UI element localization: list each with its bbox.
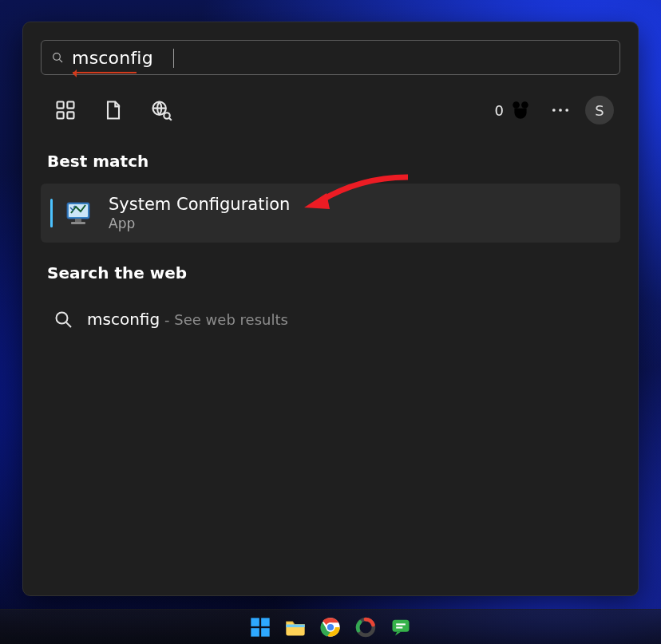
svg-rect-24: [261, 628, 270, 637]
search-icon: [51, 51, 64, 64]
svg-rect-2: [57, 102, 64, 109]
search-web-heading: Search the web: [47, 263, 614, 282]
apps-filter-button[interactable]: [47, 92, 84, 128]
svg-rect-32: [396, 626, 402, 628]
svg-point-9: [513, 101, 520, 109]
svg-rect-17: [71, 222, 85, 224]
svg-marker-18: [304, 193, 330, 209]
svg-line-8: [169, 118, 172, 121]
svg-rect-3: [57, 112, 64, 118]
windows-start-icon: [249, 616, 271, 638]
search-input[interactable]: [72, 48, 610, 68]
more-button[interactable]: [542, 92, 579, 128]
document-icon: [102, 99, 125, 121]
spellcheck-underline: [73, 72, 137, 73]
result-subtitle: App: [109, 215, 290, 231]
svg-point-12: [559, 109, 562, 112]
annotation-arrow-icon: [296, 169, 416, 217]
svg-rect-16: [75, 219, 81, 222]
taskbar-file-explorer[interactable]: [284, 616, 307, 638]
svg-rect-23: [251, 628, 259, 637]
web-filter-button[interactable]: [143, 92, 180, 128]
taskbar-app-ring[interactable]: [354, 616, 377, 638]
start-search-panel: 0 S Best match: [22, 22, 639, 596]
taskbar: [0, 609, 661, 644]
svg-rect-5: [67, 112, 73, 118]
folder-icon: [284, 616, 307, 638]
svg-point-0: [53, 53, 61, 61]
selection-indicator: [50, 199, 53, 227]
ring-icon: [354, 616, 377, 638]
best-match-result[interactable]: System Configuration App: [41, 184, 620, 243]
rewards-count: 0: [495, 102, 504, 119]
svg-point-10: [521, 101, 528, 109]
rewards-button[interactable]: 0: [487, 92, 539, 128]
result-title: System Configuration: [109, 195, 290, 214]
globe-search-icon: [150, 99, 172, 121]
svg-line-1: [59, 59, 62, 62]
taskbar-start-button[interactable]: [249, 616, 271, 638]
documents-filter-button[interactable]: [95, 92, 132, 128]
svg-line-20: [66, 322, 71, 327]
search-icon: [53, 310, 73, 329]
svg-rect-4: [67, 102, 73, 109]
svg-point-13: [565, 109, 568, 112]
avatar[interactable]: S: [585, 96, 614, 124]
svg-point-11: [552, 109, 556, 112]
text-caret: [173, 49, 174, 68]
rewards-icon: [510, 100, 531, 121]
best-match-heading: Best match: [47, 152, 614, 171]
svg-rect-25: [286, 624, 304, 627]
chrome-icon: [319, 616, 342, 638]
search-box[interactable]: [41, 40, 620, 75]
svg-rect-22: [261, 618, 270, 626]
chat-icon: [390, 616, 412, 638]
svg-point-19: [57, 313, 68, 324]
web-search-result[interactable]: msconfig - See web results: [41, 300, 620, 338]
svg-point-7: [164, 113, 169, 118]
quick-filters-row: 0 S: [41, 89, 620, 131]
web-query: msconfig: [87, 310, 160, 329]
apps-icon: [54, 99, 77, 121]
svg-rect-31: [396, 623, 406, 625]
web-query-suffix: - See web results: [164, 311, 288, 328]
taskbar-chrome[interactable]: [319, 616, 342, 638]
ellipsis-icon: [549, 99, 572, 121]
avatar-initial: S: [595, 102, 604, 119]
system-configuration-icon: [62, 196, 96, 230]
taskbar-chat-app[interactable]: [390, 616, 412, 638]
svg-rect-21: [251, 618, 259, 626]
svg-rect-30: [393, 619, 410, 631]
